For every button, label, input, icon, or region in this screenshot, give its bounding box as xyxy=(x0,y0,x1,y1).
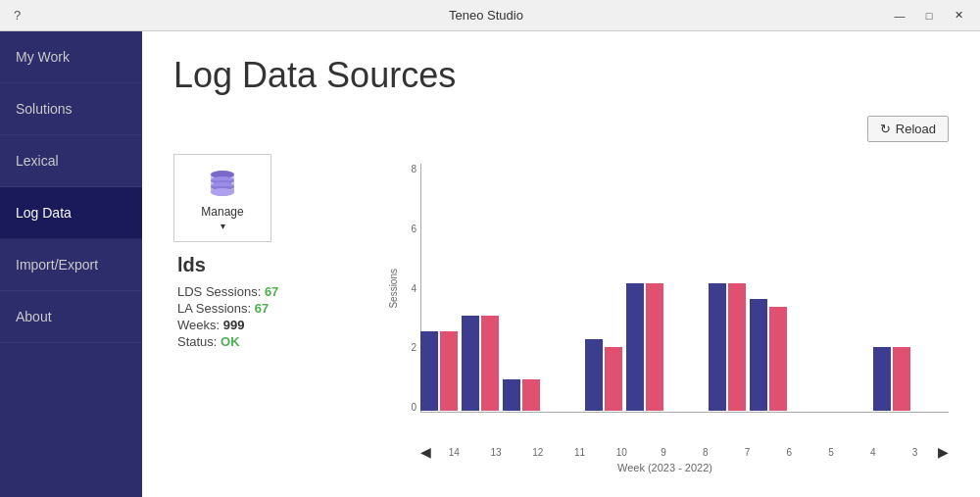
close-button[interactable]: ✕ xyxy=(945,5,972,26)
data-section: Manage ▾ lds LDS Sessions: 67LA Sessions… xyxy=(173,154,949,473)
page-title: Log Data Sources xyxy=(173,55,949,96)
y-tick-2: 2 xyxy=(401,342,416,353)
y-tick-6: 6 xyxy=(401,224,416,234)
minimize-button[interactable]: — xyxy=(886,5,913,26)
bar-dark xyxy=(420,331,438,411)
bar-pink xyxy=(646,283,663,411)
reload-icon: ↻ xyxy=(880,122,891,136)
bar-pink xyxy=(893,347,910,411)
maximize-button[interactable]: □ xyxy=(915,5,943,26)
bar-pink xyxy=(728,283,746,411)
lds-sessions-row: LDS Sessions: 67 xyxy=(177,284,350,299)
x-label-13: 13 xyxy=(477,447,514,458)
bar-dark xyxy=(626,283,644,411)
app-title: Teneo Studio xyxy=(86,8,886,23)
x-label-12: 12 xyxy=(519,447,557,458)
x-label-8: 8 xyxy=(687,447,724,458)
chart-bars xyxy=(420,283,949,413)
database-icon xyxy=(205,166,240,205)
bar-dark xyxy=(750,299,767,411)
title-bar: ? Teneo Studio — □ ✕ xyxy=(0,0,980,31)
toolbar: ↻ Reload xyxy=(173,116,949,142)
sidebar-item-log-data[interactable]: Log Data xyxy=(0,187,142,239)
left-arrow[interactable]: ◀ xyxy=(420,444,431,460)
sidebar-item-lexical[interactable]: Lexical xyxy=(0,135,142,187)
manage-label: Manage xyxy=(201,205,243,219)
sidebar-item-import-export[interactable]: Import/Export xyxy=(0,239,142,291)
bar-dark xyxy=(709,283,726,411)
y-tick-4: 4 xyxy=(401,283,416,294)
bar-dark xyxy=(462,316,479,412)
x-label-10: 10 xyxy=(603,447,640,458)
y-axis-label: Sessions xyxy=(388,269,399,309)
info-panel: lds LDS Sessions: 67LA Sessions: 67Weeks… xyxy=(173,250,350,351)
right-arrow[interactable]: ▶ xyxy=(938,444,949,460)
chart-container: Sessions 8 6 4 2 0 xyxy=(373,154,949,473)
sidebar-item-solutions[interactable]: Solutions xyxy=(0,83,142,135)
bar-dark xyxy=(873,347,891,411)
help-button[interactable]: ? xyxy=(8,8,26,23)
x-label-3: 3 xyxy=(897,447,934,458)
chart-area: Sessions 8 6 4 2 0 xyxy=(381,154,949,473)
y-tick-8: 8 xyxy=(401,164,416,174)
x-label-4: 4 xyxy=(855,447,892,458)
x-label-11: 11 xyxy=(562,447,599,458)
x-label-6: 6 xyxy=(770,447,808,458)
bar-pink xyxy=(605,347,622,411)
la-sessions-row: LA Sessions: 67 xyxy=(177,301,350,316)
sidebar: My Work Solutions Lexical Log Data Impor… xyxy=(0,31,142,497)
sidebar-item-about[interactable]: About xyxy=(0,291,142,343)
manage-card[interactable]: Manage ▾ xyxy=(173,154,271,242)
weeks-row: Weeks: 999 xyxy=(177,318,350,332)
svg-point-3 xyxy=(211,188,234,196)
bar-dark xyxy=(503,379,520,412)
y-tick-0: 0 xyxy=(401,402,416,413)
sidebar-item-my-work[interactable]: My Work xyxy=(0,31,142,83)
status-row: Status: OK xyxy=(177,334,350,349)
datasource-name: lds xyxy=(177,254,350,276)
main-content: Log Data Sources ↻ Reload xyxy=(142,31,980,497)
x-label-5: 5 xyxy=(812,447,850,458)
x-label-14: 14 xyxy=(435,447,472,458)
bar-pink xyxy=(769,307,787,411)
x-labels: 14131211109876543 xyxy=(431,447,938,458)
app-body: My Work Solutions Lexical Log Data Impor… xyxy=(0,31,980,497)
bar-pink xyxy=(522,379,540,412)
bar-dark xyxy=(585,339,603,411)
manage-dropdown-arrow: ▾ xyxy=(220,221,225,231)
x-label-7: 7 xyxy=(729,447,766,458)
chart-inner: Sessions 8 6 4 2 0 xyxy=(381,154,949,442)
x-label-9: 9 xyxy=(645,447,682,458)
reload-button[interactable]: ↻ Reload xyxy=(867,116,949,142)
window-controls: — □ ✕ xyxy=(886,5,972,26)
bar-pink xyxy=(440,331,458,411)
bar-pink xyxy=(481,316,499,412)
x-axis-title: Week (2023 - 2022) xyxy=(381,462,949,473)
